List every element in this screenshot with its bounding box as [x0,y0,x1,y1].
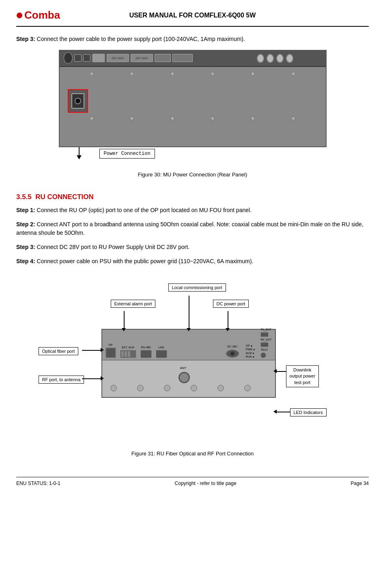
step3-power-label: Step 3: [16,36,35,42]
downlink-arrow-tip [273,369,277,373]
ext-alm-port [120,350,136,358]
figure31-container: OP EXT. ALM RS-485 [16,272,369,465]
ant-port [179,372,190,383]
svg-text:Comba: Comba [24,9,60,21]
step3-power-text: Step 3: Connect the power cable to the p… [16,35,369,43]
downlink-output-callout: Downlink output power test port [286,365,319,387]
dc28v-port [226,349,239,358]
device-body [60,67,326,147]
lan-label: LAN [159,346,164,349]
local-commissioning-callout: Local commissioning port [168,283,226,292]
led-group: OP ● PWR ● ALM ● RUN ● [246,344,255,358]
ext-alarm-callout: External alarm port [111,300,156,308]
optical-fiber-arrow-line [82,350,101,351]
dc28v-group: DC 28V [226,345,239,358]
step4-ru-label: Step 4: [16,258,35,264]
optical-fiber-arrow-tip [101,348,104,352]
rs485-port [140,350,152,358]
screw-4 [191,385,197,391]
company-logo: Comba [16,8,61,23]
dc-power-callout: DC power port [213,300,249,308]
screw-1 [110,385,117,391]
local-comm-arrow-line [189,296,189,329]
ru-bottom-section: ANT [102,361,275,398]
run-led-label: RUN ● [246,355,255,358]
lan-port [156,350,167,358]
step1-ru-text: Step 1: Connect the RU OP (optic) port t… [16,206,369,215]
tx-ext-port [260,332,269,337]
section-heading: 3.5.5 RU CONNECTION [16,193,369,201]
footer-copyright: Copyright - refer to title page [175,481,237,486]
screw-5 [217,385,224,391]
alm-led-label: ALM ● [246,352,255,354]
step3-ru-label: Step 3: [16,244,35,250]
screw-3 [164,385,170,391]
figure31-diagram: OP EXT. ALM RS-485 [39,272,347,446]
op-led-label: OP ● [246,344,255,347]
screw-2 [137,385,144,391]
downlink-arrow-line [277,371,286,372]
port-row: 28V GND 28V GND [64,52,193,64]
screw-row [110,385,251,391]
pwr-led-label: PWR ● [246,348,255,351]
op-port [105,348,116,358]
led-indicators-callout: LED Indicators [290,408,327,416]
dc28v-label: DC 28V [227,345,237,348]
op-port-group: OP [105,343,116,358]
test-label: TEST [260,348,271,351]
dc-power-arrow-tip [226,328,230,331]
power-callout: Power Connection [99,149,155,159]
led-arrow-tip [273,410,277,414]
optical-fiber-callout: Optical fiber port [39,347,79,355]
document-title: USER MANUAL FOR COMFLEX-6Q00 5W [61,12,324,19]
step1-ru-label: Step 1: [16,207,35,213]
ext-alm-group: EXT. ALM [120,346,136,358]
tx-ext-label: TX_EXT [260,328,271,331]
ext-alarm-arrow-line [124,311,125,329]
lan-group: LAN [156,346,167,358]
ext-alm-label: EXT. ALM [122,346,134,349]
svg-point-0 [17,13,22,18]
page-footer: ENU STATUS: 1-0-1 Copyright - refer to t… [16,477,369,486]
ext-port-group: TX_EXT RX_EXT TEST [260,328,271,358]
ru-device: OP EXT. ALM RS-485 [101,329,276,398]
device-photo: 28V GND 28V GND [59,50,327,147]
rf-antenna-callout: RF port, to antenna [39,376,84,384]
test-port [260,352,266,358]
figure30-image: 28V GND 28V GND [59,50,327,167]
rf-antenna-arrow-line [82,378,101,379]
step4-ru-text: Step 4: Connect power cable on PSU with … [16,257,369,266]
footer-page: Page 34 [351,481,369,486]
step2-ru-text: Step 2: Connect ANT port to a broadband … [16,220,369,237]
right-connectors [257,54,293,63]
rs485-label: RS-485 [141,346,151,349]
device-top-bar: 28V GND 28V GND [60,51,326,67]
screw-row-1 [60,67,326,76]
ru-top-section: OP EXT. ALM RS-485 [102,330,275,361]
ext-alarm-arrow-tip [122,328,126,331]
figure30-caption: Figure 30: MU Power Connection (Rear Pan… [138,172,247,178]
power-connector-highlight [68,89,88,113]
led-arrow-line [277,412,290,412]
power-callout-text: Power Connection [99,149,155,159]
dc-power-arrow-line [228,311,228,329]
figure31-caption: Figure 31: RU Fiber Optical and RF Port … [131,451,254,457]
screw-row-2 [60,76,326,120]
figure30-container: 28V GND 28V GND [16,50,369,186]
logo-svg: Comba [16,8,61,23]
rx-ext-port [260,342,269,347]
footer-status: ENU STATUS: 1-0-1 [16,481,60,486]
rx-ext-label: RX_EXT [260,338,271,341]
screw-6 [244,385,251,391]
rf-antenna-arrow-tip [101,376,104,380]
ant-label: ANT [180,366,187,370]
step2-ru-label: Step 2: [16,221,35,227]
local-comm-arrow-tip [187,328,191,331]
page-header: Comba USER MANUAL FOR COMFLEX-6Q00 5W [16,8,369,27]
rs485-group: RS-485 [140,346,152,358]
arrow-to-power [77,147,82,159]
op-label: OP [108,343,112,346]
step3-ru-text: Step 3: Connect DC 28V port to RU Power … [16,243,369,251]
